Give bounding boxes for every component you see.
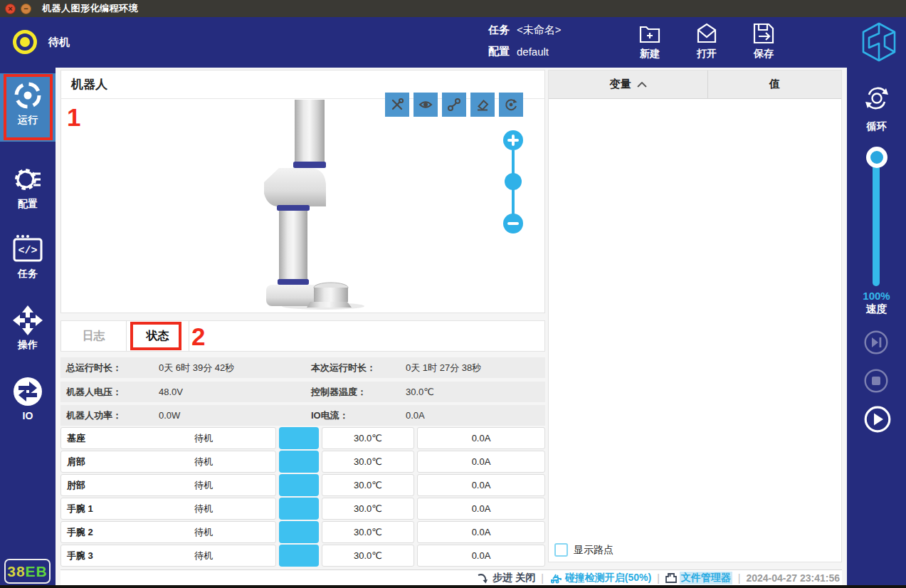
reset-view-button[interactable] [499, 93, 523, 117]
path-button[interactable] [442, 93, 466, 117]
new-button-label: 新建 [628, 48, 672, 61]
file-manager-button[interactable]: 文件管理器 [665, 572, 732, 584]
joint-current: 0.0A [417, 521, 545, 543]
move-arrows-icon [11, 304, 44, 337]
joint-current: 0.0A [417, 474, 545, 496]
sidebar-item-config[interactable]: 配置 [0, 157, 56, 207]
show-waypoints-checkbox[interactable] [554, 543, 568, 557]
collision-detect-label: 碰撞检测开启(50%) [565, 572, 651, 584]
total-runtime-value: 0天 6时 39分 42秒 [159, 362, 311, 374]
joint-state: 待机 [168, 526, 239, 539]
sort-asc-icon [637, 82, 647, 88]
variable-column-label: 变量 [610, 78, 631, 91]
statusbar-separator: | [657, 572, 660, 584]
joint-temp: 30.0℃ [322, 427, 414, 449]
table-row-wrist1: 手腕 1 待机 30.0℃ 0.0A [60, 498, 545, 520]
collision-detect-toggle[interactable]: 碰撞检测开启(50%) [549, 572, 651, 584]
speed-slider-track[interactable] [873, 158, 880, 286]
joint-name: 基座 [61, 432, 85, 445]
speed-label: 速度 [847, 303, 906, 316]
joint-level-bar [279, 545, 319, 567]
table-row-elbow: 肘部 待机 30.0℃ 0.0A [60, 474, 545, 496]
step-run-icon [864, 330, 888, 355]
zoom-out-button[interactable] [503, 214, 523, 233]
controller-temp-value: 30.0℃ [406, 387, 545, 397]
joint-state: 待机 [168, 432, 239, 445]
loop-label: 循环 [847, 120, 906, 133]
erase-button[interactable] [470, 93, 495, 117]
joint-name-cell: 基座 待机 [60, 427, 276, 449]
joint-temp: 30.0℃ [322, 521, 414, 543]
joint-current: 0.0A [417, 498, 545, 520]
step-run-button[interactable] [864, 330, 888, 357]
session-runtime-label: 本次运行时长： [311, 362, 406, 374]
joint-name-cell: 手腕 2 待机 [60, 521, 276, 543]
column-header-variable[interactable]: 变量 [549, 70, 708, 98]
session-runtime-value: 0天 1时 27分 38秒 [406, 362, 545, 374]
config-label: 配置 [488, 45, 510, 58]
step-mode-toggle[interactable]: 步进 关闭 [478, 572, 535, 584]
open-button-label: 打开 [685, 48, 729, 61]
path-nodes-icon [447, 98, 461, 112]
joint-level-bar [279, 498, 319, 520]
step-arrow-icon [478, 573, 490, 584]
eye-icon [418, 98, 433, 112]
save-floppy-icon [752, 21, 776, 46]
play-button[interactable] [864, 406, 891, 436]
runtime-row: 总运行时长： 0天 6时 39分 42秒 本次运行时长： 0天 1时 27分 3… [60, 357, 545, 378]
column-header-value[interactable]: 值 [708, 70, 841, 98]
joint-name-cell: 肩部 待机 [60, 451, 276, 473]
joint-name-cell: 肘部 待机 [60, 474, 276, 496]
minimize-icon[interactable]: − [21, 4, 31, 14]
annotation-2: 2 [191, 322, 205, 351]
app-logo-icon [857, 20, 901, 67]
variables-list-empty [549, 99, 841, 505]
zoom-slider-handle[interactable] [505, 173, 522, 190]
tools-icon [390, 98, 404, 112]
joint-level-bar [279, 474, 319, 496]
gear-icon [11, 163, 44, 196]
new-folder-icon [638, 21, 662, 46]
open-button[interactable]: 打开 [685, 21, 729, 61]
header: 待机 任务 <未命名> 配置 default 新建 打开 [0, 17, 906, 68]
step-mode-label: 步进 关闭 [492, 572, 535, 584]
joint-state: 待机 [168, 456, 239, 468]
status-code-badge[interactable]: 38EB [4, 559, 51, 584]
task-label: 任务 [488, 23, 510, 37]
robot-3d-viewport[interactable] [61, 100, 544, 313]
svg-text:</>: </> [18, 245, 37, 257]
tab-log[interactable]: 日志 [61, 321, 127, 351]
joint-state: 待机 [168, 503, 239, 515]
joint-name: 肘部 [61, 479, 85, 492]
visibility-button[interactable] [414, 93, 438, 117]
zoom-in-button[interactable] [503, 130, 523, 150]
sidebar-item-task[interactable]: </> 任务 [0, 227, 56, 277]
stop-button[interactable] [864, 369, 888, 396]
collision-icon [549, 572, 562, 584]
close-icon[interactable]: × [5, 4, 16, 14]
controller-temp-label: 控制器温度： [311, 386, 406, 399]
file-manager-label: 文件管理器 [680, 572, 732, 584]
right-sidebar: 循环 100% 速度 [847, 68, 906, 588]
io-current-value: 0.0A [406, 410, 545, 421]
voltage-label: 机器人电压： [66, 386, 159, 399]
sidebar-item-label: 配置 [0, 198, 56, 211]
loop-mode-button[interactable]: 循环 [847, 82, 906, 133]
task-config-info: 任务 <未命名> 配置 default [488, 23, 562, 66]
io-current-label: IO电流： [311, 409, 406, 422]
sidebar-item-io[interactable]: IO [0, 369, 56, 419]
sidebar-item-operate[interactable]: 操作 [0, 298, 56, 348]
save-button[interactable]: 保存 [742, 21, 786, 61]
tools-button[interactable] [385, 93, 409, 117]
datetime-display: 2024-04-27 23:41:56 [746, 572, 840, 584]
joint-name-cell: 手腕 1 待机 [60, 498, 276, 520]
speed-slider-handle[interactable] [866, 147, 887, 168]
sidebar-item-label: 任务 [0, 268, 56, 280]
robot-state-label: 待机 [48, 36, 70, 49]
log-status-tabs: 日志 状态 2 [60, 320, 545, 352]
voltage-row: 机器人电压： 48.0V 控制器温度： 30.0℃ [60, 382, 545, 402]
joint-level-bar [279, 451, 319, 473]
speed-percentage: 100% [847, 290, 906, 302]
new-button[interactable]: 新建 [628, 21, 672, 61]
value-column-label: 值 [769, 78, 780, 91]
